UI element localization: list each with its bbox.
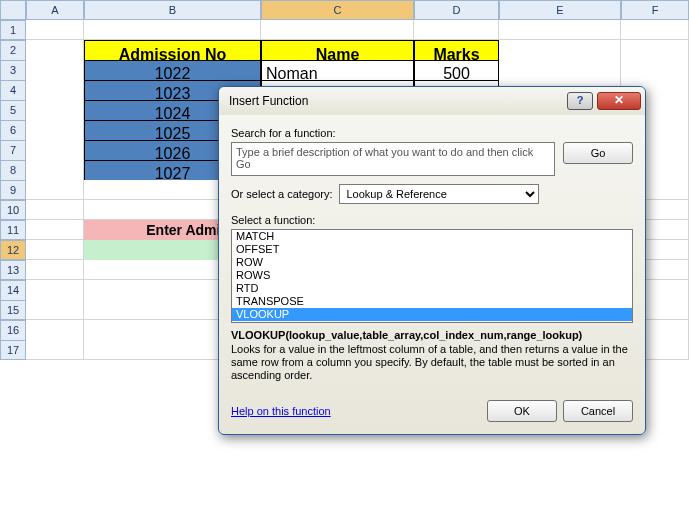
cell[interactable] [26, 200, 84, 220]
ok-button[interactable]: OK [487, 400, 557, 422]
function-item[interactable]: TRANSPOSE [232, 295, 632, 308]
select-function-label: Select a function: [231, 214, 633, 226]
function-item[interactable]: OFFSET [232, 243, 632, 256]
col-header-B[interactable]: B [84, 0, 261, 20]
col-header-F[interactable]: F [621, 0, 689, 20]
cell[interactable] [26, 20, 84, 40]
row-header-13[interactable]: 13 [0, 260, 26, 280]
category-label: Or select a category: [231, 188, 333, 200]
close-button[interactable]: ✕ [597, 92, 641, 110]
cell[interactable] [26, 340, 84, 360]
function-item[interactable]: MATCH [232, 230, 632, 243]
cell[interactable] [26, 260, 84, 280]
help-link[interactable]: Help on this function [231, 405, 331, 417]
cell[interactable] [26, 240, 84, 260]
search-label: Search for a function: [231, 127, 633, 139]
cell[interactable] [84, 20, 261, 40]
row-header-1[interactable]: 1 [0, 20, 26, 40]
function-item[interactable]: ROW [232, 256, 632, 269]
select-all-corner[interactable] [0, 0, 26, 20]
col-header-A[interactable]: A [26, 0, 84, 20]
dialog-title: Insert Function [229, 94, 563, 108]
row-header-12[interactable]: 12 [0, 240, 26, 260]
cancel-button[interactable]: Cancel [563, 400, 633, 422]
cell[interactable] [414, 20, 499, 40]
category-select[interactable]: Lookup & Reference [339, 184, 539, 204]
function-item[interactable]: RTD [232, 282, 632, 295]
row-header-15[interactable]: 15 [0, 300, 26, 320]
col-header-C[interactable]: C [261, 0, 414, 20]
search-input[interactable]: Type a brief description of what you wan… [231, 142, 555, 176]
function-list[interactable]: MATCH OFFSET ROW ROWS RTD TRANSPOSE VLOO… [231, 229, 633, 323]
row-header-11[interactable]: 11 [0, 220, 26, 240]
col-header-E[interactable]: E [499, 0, 621, 20]
insert-function-dialog: Insert Function ? ✕ Search for a functio… [218, 86, 646, 435]
cell[interactable] [499, 20, 621, 40]
cell[interactable] [261, 20, 414, 40]
function-description: Looks for a value in the leftmost column… [231, 343, 633, 382]
dialog-titlebar[interactable]: Insert Function ? ✕ [219, 87, 645, 115]
col-header-D[interactable]: D [414, 0, 499, 20]
function-item-selected[interactable]: VLOOKUP [232, 308, 632, 321]
cell[interactable] [26, 180, 84, 200]
function-item[interactable]: ROWS [232, 269, 632, 282]
row-header-9[interactable]: 9 [0, 180, 26, 200]
row-header-10[interactable]: 10 [0, 200, 26, 220]
cell[interactable] [26, 220, 84, 240]
function-syntax: VLOOKUP(lookup_value,table_array,col_ind… [231, 329, 633, 341]
help-button[interactable]: ? [567, 92, 593, 110]
go-button[interactable]: Go [563, 142, 633, 164]
cell[interactable] [26, 300, 84, 320]
cell[interactable] [621, 20, 689, 40]
row-header-17[interactable]: 17 [0, 340, 26, 360]
